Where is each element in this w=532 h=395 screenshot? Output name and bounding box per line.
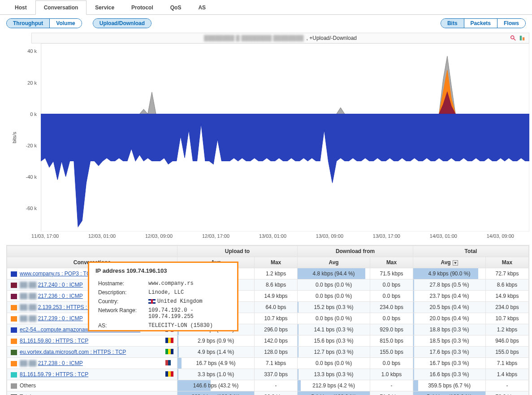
tooltip-value: Linode, LLC [147,288,230,296]
total-avg: 4.9 kbps (90.0 %) [413,268,486,279]
tooltip-key: Network Range: [96,306,146,321]
total-avg: 5.4 kbps (100.0 %) [413,391,486,395]
ip-tooltip: IP address 109.74.196.103 Hostname:www.c… [88,262,238,331]
total-avg: 27.8 bps (0.5 %) [413,279,486,291]
table-row: ec2-54...compute.amazonaws.com : HTTPS :… [7,324,529,335]
x-tick: 14/03, 01:00 [430,233,457,239]
tab-protocol[interactable]: Protocol [123,0,162,15]
total-avg: 16.6 bps (0.3 %) [413,369,486,380]
total-avg: 18.5 bps (0.3 %) [413,335,486,347]
mode-volume[interactable]: Volume [49,19,81,28]
upload-avg: 2.9 bps (0.9 %) [177,335,255,347]
total-max: 155.0 bps [486,347,529,358]
col-header-max[interactable]: Max [255,257,298,268]
table-row: www.company.rs : POP3 : TCP4.6 %)1.2 kbp… [7,268,529,279]
conversation-link[interactable]: www.company.rs : POP3 : TCP [20,270,94,277]
uk-flag-icon [148,299,156,304]
chart-container: ████████ █ ████████ ████████ , +Upload/-… [0,33,532,239]
total-max: 7.1 kbps [486,358,529,369]
col-header-avg[interactable]: Avg [298,257,370,268]
conversation-link[interactable]: 81.161.59.80 : HTTPS : TCP [20,338,88,344]
tooltip-key: Country: [96,297,146,305]
series-swatch [11,350,17,355]
download-avg: 0.0 bps (0.0 %) [298,358,370,369]
country-flag-icon [165,349,173,354]
group-header: Download from [298,246,413,257]
conversation-link[interactable]: eu.vortex.data.microsoft.com : HTTPS : T… [20,349,126,355]
tooltip-value: www.company.rs [147,279,230,288]
chart-plot[interactable]: 40 k20 k0 k-20 k-40 k-60 k [19,43,529,232]
tab-host[interactable]: Host [6,0,35,15]
total-max: 8.6 kbps [486,279,529,291]
conversation-link[interactable]: 81.161.59.79 : HTTPS : TCP [20,371,88,378]
x-tick: 13/03, 01:00 [259,233,286,239]
download-avg: 13.3 bps (0.3 %) [298,369,370,380]
export-icon[interactable] [519,35,525,43]
country-flag-icon [165,338,173,343]
mode-throughput[interactable]: Throughput [7,19,49,28]
upload-max: 14.9 kbps [255,291,298,302]
upload-avg: 16.7 bps (4.9 %) [177,358,255,369]
total-avg: 23.7 bps (0.4 %) [413,291,486,302]
total-max: 72.9 kbps [486,391,529,395]
unit-flows[interactable]: Flows [497,19,525,28]
tab-conversation[interactable]: Conversation [35,0,87,15]
chart-title-bar: ████████ █ ████████ ████████ , +Upload/-… [31,33,529,43]
conversation-link[interactable]: 217.240 : 0 : ICMP [38,282,83,288]
dir-uploaddownload[interactable]: Upload/Download [93,19,151,28]
chart-title-redacted: ████████ █ ████████ ████████ [204,35,304,41]
download-max: 71.6 kbps [370,391,413,395]
y-tick: 0 k [30,112,37,117]
conversation-link[interactable]: 217.239 : 0 : ICMP [38,315,83,322]
download-avg: 5.1 kbps (100.0 %) [298,391,370,395]
direction-group: Upload/Download [93,18,151,28]
unit-bits[interactable]: Bits [441,19,464,28]
conversations-table: Upload toDownload fromTotal Conversation… [7,245,529,395]
col-header-avg[interactable]: Avg [413,257,486,268]
y-tick: 20 k [27,80,37,86]
upload-max: 36.9 kbps [255,391,298,395]
country-flag-icon [165,371,173,377]
y-tick: -20 k [26,143,37,148]
download-max: 155.0 bps [370,347,413,358]
col-header-max[interactable]: Max [486,257,529,268]
y-tick: -60 k [26,206,37,211]
tab-as[interactable]: AS [190,0,214,15]
upload-max: - [255,380,298,391]
table-row: Total339.4 bps (100.0 %)36.9 kbps5.1 kbp… [7,391,529,395]
upload-max: 8.6 kbps [255,279,298,291]
x-tick: 11/03, 17:00 [31,233,59,239]
svg-rect-3 [523,37,524,40]
metric-mode-group: ThroughputVolume [6,18,82,28]
download-avg: 12.7 bps (0.3 %) [298,347,370,358]
download-avg: 4.8 kbps (94.4 %) [298,268,370,279]
chart-title-suffix: , +Upload/-Download [307,35,357,41]
total-avg: 16.7 bps (0.3 %) [413,358,486,369]
conversations-table-wrap: Upload toDownload fromTotal Conversation… [6,245,529,395]
total-max: 10.7 kbps [486,313,529,324]
x-tick: 12/03, 17:00 [202,233,229,239]
upload-max: 296.0 bps [255,324,298,335]
country-flag-icon [165,360,173,365]
view-tabs: HostConversationServiceProtocolQoSAS [0,0,532,15]
conversation-link[interactable]: 217.236 : 0 : ICMP [38,293,83,299]
tab-qos[interactable]: QoS [162,0,190,15]
upload-avg: 4.9 bps (1.4 %) [177,347,255,358]
zoom-icon[interactable] [510,35,516,43]
table-row: ██.██.217.240 : 0 : ICMP3.2 %)8.6 kbps0.… [7,279,529,291]
tooltip-value: TELECITY-LON (15830) [147,322,230,330]
total-max: 234.0 bps [486,302,529,313]
download-max: 815.0 bps [370,335,413,347]
download-avg: 15.2 bps (0.3 %) [298,302,370,313]
unit-packets[interactable]: Packets [464,19,497,28]
col-header-max[interactable]: Max [370,257,413,268]
table-row: Others146.6 bps (43.2 %)-212.9 bps (4.2 … [7,380,529,391]
download-avg: 0.0 bps (0.0 %) [298,291,370,302]
upload-max: 64.0 bps [255,302,298,313]
table-row: ██.██.217.236 : 0 : ICMP7.0 %)14.9 kbps0… [7,291,529,302]
download-max: 234.0 bps [370,302,413,313]
total-max: 1.4 kbps [486,369,529,380]
conversation-link[interactable]: 217.238 : 0 : ICMP [38,360,83,366]
total-max: - [486,380,529,391]
tab-service[interactable]: Service [87,0,123,15]
